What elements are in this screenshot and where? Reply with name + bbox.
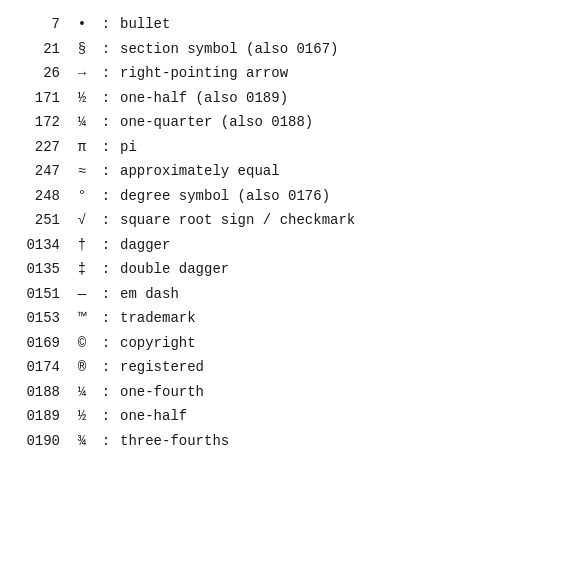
table-row: 0134† : dagger [16, 233, 565, 258]
separator: : [96, 159, 116, 184]
char-description: double dagger [116, 257, 229, 282]
char-description: square root sign / checkmark [116, 208, 355, 233]
char-description: pi [116, 135, 137, 160]
char-symbol: ¼ [68, 110, 96, 135]
char-symbol: ° [68, 184, 96, 209]
table-row: 251√ : square root sign / checkmark [16, 208, 565, 233]
char-code: 21 [16, 37, 68, 62]
char-description: registered [116, 355, 204, 380]
separator: : [96, 233, 116, 258]
table-row: 0169© : copyright [16, 331, 565, 356]
char-symbol: • [68, 12, 96, 37]
char-symbol: ¾ [68, 429, 96, 454]
separator: : [96, 12, 116, 37]
char-code: 0169 [16, 331, 68, 356]
table-row: 171½ : one-half (also 0189) [16, 86, 565, 111]
char-description: copyright [116, 331, 196, 356]
separator: : [96, 184, 116, 209]
separator: : [96, 61, 116, 86]
separator: : [96, 282, 116, 307]
char-description: right-pointing arrow [116, 61, 288, 86]
char-code: 0189 [16, 404, 68, 429]
separator: : [96, 110, 116, 135]
separator: : [96, 380, 116, 405]
table-row: 172¼ : one-quarter (also 0188) [16, 110, 565, 135]
separator: : [96, 86, 116, 111]
char-description: trademark [116, 306, 196, 331]
char-symbol: ≈ [68, 159, 96, 184]
char-code: 0151 [16, 282, 68, 307]
char-symbol: ½ [68, 404, 96, 429]
char-symbol: § [68, 37, 96, 62]
char-symbol: ¼ [68, 380, 96, 405]
char-symbol: ™ [68, 306, 96, 331]
separator: : [96, 331, 116, 356]
table-row: 248° : degree symbol (also 0176) [16, 184, 565, 209]
char-symbol: ‡ [68, 257, 96, 282]
table-row: 0153™ : trademark [16, 306, 565, 331]
char-description: three-fourths [116, 429, 229, 454]
char-code: 171 [16, 86, 68, 111]
special-characters-table: 7• : bullet21§ : section symbol (also 01… [16, 12, 565, 453]
char-symbol: → [68, 61, 96, 86]
table-row: 0151— : em dash [16, 282, 565, 307]
char-code: 0174 [16, 355, 68, 380]
separator: : [96, 355, 116, 380]
char-code: 0153 [16, 306, 68, 331]
char-code: 0188 [16, 380, 68, 405]
char-code: 0135 [16, 257, 68, 282]
separator: : [96, 429, 116, 454]
char-code: 172 [16, 110, 68, 135]
char-code: 0190 [16, 429, 68, 454]
char-description: one-fourth [116, 380, 204, 405]
char-code: 248 [16, 184, 68, 209]
separator: : [96, 208, 116, 233]
char-symbol: π [68, 135, 96, 160]
separator: : [96, 135, 116, 160]
char-symbol: † [68, 233, 96, 258]
char-code: 26 [16, 61, 68, 86]
char-symbol: √ [68, 208, 96, 233]
char-symbol: © [68, 331, 96, 356]
table-row: 227π : pi [16, 135, 565, 160]
char-description: approximately equal [116, 159, 280, 184]
char-symbol: ½ [68, 86, 96, 111]
table-row: 7• : bullet [16, 12, 565, 37]
char-description: section symbol (also 0167) [116, 37, 338, 62]
separator: : [96, 404, 116, 429]
char-code: 247 [16, 159, 68, 184]
char-code: 7 [16, 12, 68, 37]
table-row: 26→ : right-pointing arrow [16, 61, 565, 86]
table-row: 21§ : section symbol (also 0167) [16, 37, 565, 62]
table-row: 247≈ : approximately equal [16, 159, 565, 184]
char-description: one-half (also 0189) [116, 86, 288, 111]
table-row: 0174® : registered [16, 355, 565, 380]
separator: : [96, 306, 116, 331]
char-code: 0134 [16, 233, 68, 258]
table-row: 0135‡ : double dagger [16, 257, 565, 282]
char-description: dagger [116, 233, 170, 258]
char-description: one-half [116, 404, 187, 429]
char-description: one-quarter (also 0188) [116, 110, 313, 135]
char-description: em dash [116, 282, 179, 307]
table-row: 0189½ : one-half [16, 404, 565, 429]
char-code: 251 [16, 208, 68, 233]
char-code: 227 [16, 135, 68, 160]
char-description: degree symbol (also 0176) [116, 184, 330, 209]
separator: : [96, 257, 116, 282]
separator: : [96, 37, 116, 62]
char-symbol: ® [68, 355, 96, 380]
table-row: 0188¼ : one-fourth [16, 380, 565, 405]
char-symbol: — [68, 282, 96, 307]
table-row: 0190¾ : three-fourths [16, 429, 565, 454]
char-description: bullet [116, 12, 170, 37]
